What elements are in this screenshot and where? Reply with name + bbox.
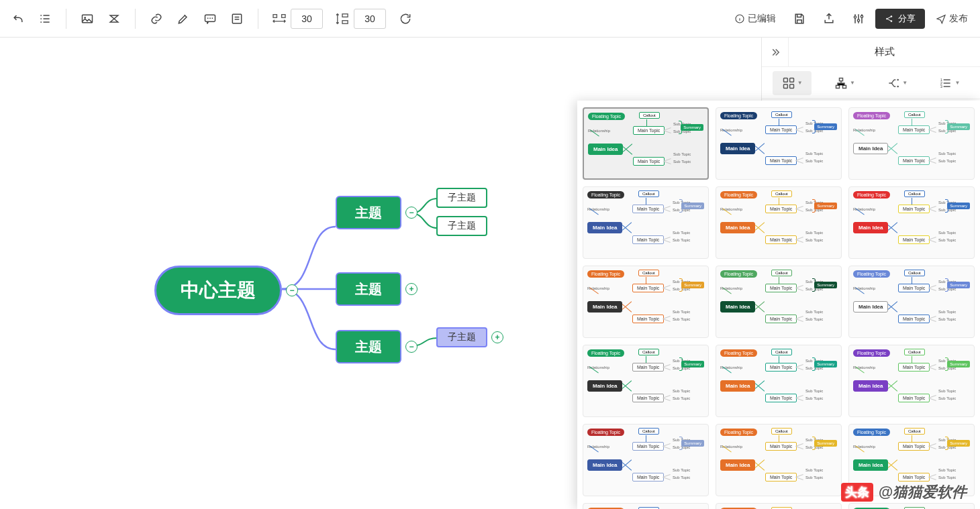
sidebar-header: 样式 xyxy=(762,38,980,67)
chevron-down-icon: ▼ xyxy=(850,80,855,86)
share-button[interactable]: 分享 xyxy=(875,9,925,29)
style-tabs: ▼ ▼ ▼ 123▼ xyxy=(762,67,980,99)
h-spacing-group xyxy=(272,9,323,29)
publish-button[interactable]: 发布 xyxy=(929,9,975,29)
separator xyxy=(258,9,258,29)
topic-node-3[interactable]: 主题 xyxy=(336,330,401,363)
svg-point-13 xyxy=(857,19,859,21)
theme-card-11[interactable]: Floating TopicCalloutRelationshipMain Id… xyxy=(716,345,842,417)
image-button[interactable] xyxy=(75,6,100,32)
chevrons-right-icon xyxy=(769,46,781,58)
tab-theme[interactable]: ▼ xyxy=(773,71,812,95)
svg-rect-6 xyxy=(232,14,241,23)
theme-card-14[interactable]: Floating TopicCalloutRelationshipMain Id… xyxy=(716,424,842,496)
separator xyxy=(66,9,66,29)
topic-node-2[interactable]: 主题 xyxy=(336,272,401,306)
outline-button[interactable] xyxy=(32,6,58,32)
sidebar-title: 样式 xyxy=(789,46,980,58)
watermark-badge: 头条 xyxy=(841,483,873,502)
watermark-text: @猫猫爱软件 xyxy=(879,482,967,502)
toolbar: 已编辑 分享 发布 xyxy=(0,0,980,38)
topic-node-1[interactable]: 主题 xyxy=(336,196,401,229)
subtopic-1a[interactable]: 子主题 xyxy=(436,188,487,208)
theme-card-9[interactable]: Floating TopicCalloutRelationshipMain Id… xyxy=(848,266,975,338)
svg-rect-19 xyxy=(789,78,793,82)
svg-rect-10 xyxy=(342,20,348,23)
theme-card-17[interactable]: Floating TopicCalloutRelationshipMain Id… xyxy=(716,503,842,509)
svg-rect-22 xyxy=(839,78,842,80)
comment-button[interactable] xyxy=(197,6,223,32)
theme-card-4[interactable]: Floating TopicCalloutRelationshipMain Id… xyxy=(583,186,709,259)
tab-structure[interactable]: ▼ xyxy=(825,71,864,95)
tab-branch[interactable]: ▼ xyxy=(878,71,917,95)
theme-card-8[interactable]: Floating TopicCalloutRelationshipMain Id… xyxy=(716,266,842,338)
formula-button[interactable] xyxy=(101,6,127,32)
topic3-collapse-button[interactable]: − xyxy=(405,341,418,353)
branch-icon xyxy=(887,76,900,90)
theme-card-16[interactable]: Floating TopicCalloutRelationshipMain Id… xyxy=(583,503,709,509)
topic2-add-button[interactable]: + xyxy=(405,283,418,295)
theme-panel: Floating TopicCalloutRelationshipMain Id… xyxy=(577,101,980,509)
svg-point-4 xyxy=(209,17,211,19)
subtopic-1b[interactable]: 子主题 xyxy=(436,216,487,236)
info-icon xyxy=(734,13,745,24)
watermark: 头条 @猫猫爱软件 xyxy=(841,482,967,502)
h-spacing-input[interactable] xyxy=(291,9,323,29)
save-button[interactable] xyxy=(787,6,812,32)
theme-card-12[interactable]: Floating TopicCalloutRelationshipMain Id… xyxy=(848,345,975,417)
undo-button[interactable] xyxy=(5,6,31,32)
note-button[interactable] xyxy=(224,6,250,32)
tab-list[interactable]: 123▼ xyxy=(930,71,969,95)
svg-rect-8 xyxy=(282,14,285,17)
theme-grid: Floating TopicCalloutRelationshipMain Id… xyxy=(583,107,975,509)
theme-card-3[interactable]: Floating TopicCalloutRelationshipMain Id… xyxy=(848,107,975,180)
h-spacing-icon xyxy=(272,13,287,25)
svg-rect-20 xyxy=(783,84,787,88)
theme-card-5[interactable]: Floating TopicCalloutRelationshipMain Id… xyxy=(716,186,842,259)
svg-point-25 xyxy=(897,78,899,80)
send-icon xyxy=(936,13,946,24)
topic1-collapse-button[interactable]: − xyxy=(405,207,418,219)
v-spacing-input[interactable] xyxy=(354,9,386,29)
refresh-button[interactable] xyxy=(393,6,418,32)
edited-label: 已编辑 xyxy=(748,13,776,25)
theme-card-1[interactable]: Floating TopicCalloutRelationshipMain Id… xyxy=(583,107,709,180)
subtopic3a-add-button[interactable]: + xyxy=(491,331,503,343)
svg-rect-7 xyxy=(273,14,277,17)
svg-point-17 xyxy=(891,20,893,22)
svg-point-14 xyxy=(861,15,863,17)
svg-point-12 xyxy=(854,15,856,17)
svg-rect-18 xyxy=(783,78,787,82)
theme-card-18[interactable]: Floating TopicCalloutRelationshipMain Id… xyxy=(848,503,975,509)
sidebar-collapse-button[interactable] xyxy=(762,38,789,66)
center-node[interactable]: 中心主题 xyxy=(154,266,282,315)
export-button[interactable] xyxy=(816,6,842,32)
theme-card-10[interactable]: Floating TopicCalloutRelationshipMain Id… xyxy=(583,345,709,417)
highlight-button[interactable] xyxy=(170,6,196,32)
center-collapse-button[interactable]: − xyxy=(286,284,298,296)
structure-icon xyxy=(834,76,848,90)
share-icon xyxy=(885,14,894,23)
chevron-down-icon: ▼ xyxy=(797,80,803,86)
separator xyxy=(135,9,136,29)
toolbar-right: 已编辑 分享 发布 xyxy=(728,6,975,32)
toolbar-left xyxy=(5,6,418,32)
publish-label: 发布 xyxy=(949,13,968,25)
theme-card-7[interactable]: Floating TopicCalloutRelationshipMain Id… xyxy=(583,266,709,338)
svg-point-15 xyxy=(886,17,888,19)
chevron-down-icon: ▼ xyxy=(954,80,960,86)
theme-card-13[interactable]: Floating TopicCalloutRelationshipMain Id… xyxy=(583,424,709,496)
edited-status[interactable]: 已编辑 xyxy=(728,9,783,29)
svg-rect-9 xyxy=(342,13,348,17)
theme-card-6[interactable]: Floating TopicCalloutRelationshipMain Id… xyxy=(848,186,975,259)
grid-icon xyxy=(782,76,795,90)
svg-point-26 xyxy=(897,85,899,87)
chevron-down-icon: ▼ xyxy=(902,80,908,86)
svg-rect-21 xyxy=(789,84,793,88)
v-spacing-group xyxy=(335,9,386,29)
link-button[interactable] xyxy=(144,6,169,32)
v-spacing-icon xyxy=(335,13,350,25)
theme-card-2[interactable]: Floating TopicCalloutRelationshipMain Id… xyxy=(716,107,842,180)
subtopic-3a[interactable]: 子主题 xyxy=(436,327,487,347)
settings-button[interactable] xyxy=(846,6,871,32)
